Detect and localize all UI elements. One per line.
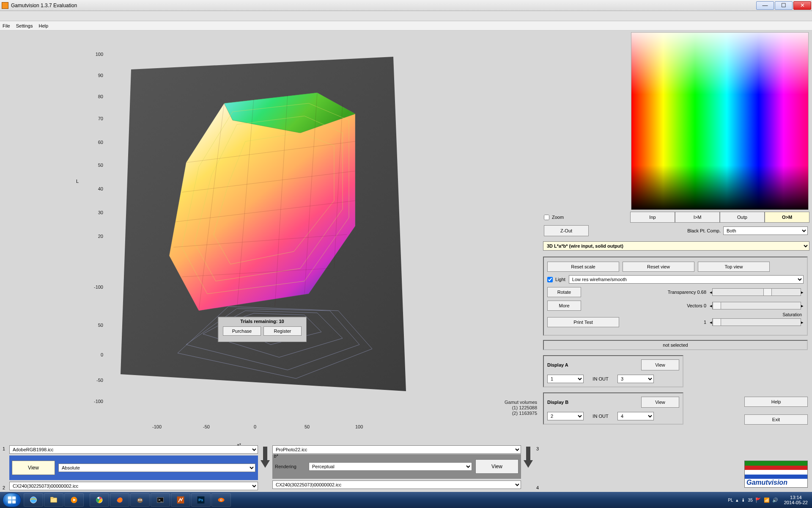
menu-settings[interactable]: Settings: [16, 23, 33, 28]
tray-temp-icon[interactable]: 🌡: [741, 497, 746, 502]
display-a-label: Display A: [547, 362, 585, 367]
arrow-down-left-icon: [260, 444, 271, 469]
axis-tick: 50: [89, 163, 103, 168]
profile-selector-row: 1 2 AdobeRGB1998.icc View Absolute CX240…: [0, 444, 541, 492]
help-button[interactable]: Help: [744, 397, 808, 407]
clock-date: 2014-05-22: [784, 500, 808, 505]
taskbar-explorer-icon[interactable]: [44, 493, 63, 507]
view-controls-panel: Reset scale Reset view Top view Light Lo…: [543, 257, 808, 336]
logo-text: Gamutvision: [745, 479, 807, 487]
display-b-out-select[interactable]: 4: [617, 412, 654, 420]
seg-outp-button[interactable]: Outp: [720, 212, 765, 223]
transparency-slider[interactable]: [712, 288, 801, 296]
exit-button[interactable]: Exit: [744, 414, 808, 425]
wireframe-select[interactable]: Low res wireframe/smooth: [569, 275, 804, 284]
reset-view-button[interactable]: Reset view: [623, 262, 694, 272]
gvol-2: (2) 1163975: [505, 411, 537, 416]
display-b-view-button[interactable]: View: [641, 397, 679, 408]
taskbar-mediaplayer-icon[interactable]: [64, 493, 84, 507]
profile-4-select[interactable]: CX240(30225073)00000002.icc: [272, 480, 521, 489]
transparency-inc[interactable]: ▸: [801, 290, 804, 295]
taskbar-firefox-icon[interactable]: [110, 493, 129, 507]
saturation-slider[interactable]: [712, 318, 801, 326]
display-a-out-select[interactable]: 3: [617, 375, 654, 383]
blackpt-label: Black Pt. Comp.: [687, 228, 721, 233]
view-button-right[interactable]: View: [475, 459, 518, 474]
axis-tick: 0: [254, 424, 256, 429]
display-mode-select[interactable]: 3D L*a*b* (wire input, solid output): [543, 241, 809, 251]
display-b-in-select[interactable]: 2: [547, 412, 584, 420]
rendering-left-box: View Absolute: [9, 456, 258, 480]
saturation-inc[interactable]: ▸: [801, 320, 804, 325]
color-picker-preview[interactable]: [631, 32, 809, 210]
menu-file[interactable]: File: [3, 23, 10, 28]
display-a-in-select[interactable]: 1: [547, 375, 584, 383]
trial-dialog: Trials remaining: 10 Purchase Register: [218, 317, 307, 342]
axis-tick: -50: [89, 378, 103, 383]
seg-om-button[interactable]: O>M: [765, 212, 809, 223]
svg-point-27: [137, 498, 143, 503]
trial-title: Trials remaining: 10: [221, 319, 304, 324]
print-test-button[interactable]: Print Test: [547, 317, 619, 327]
view-button-left[interactable]: View: [12, 461, 55, 475]
tray-lang[interactable]: PL: [728, 498, 733, 502]
profile-1-select[interactable]: AdobeRGB1998.icc: [9, 445, 258, 454]
axis-tick: 60: [89, 140, 103, 145]
seg-im-button[interactable]: I>M: [675, 212, 720, 223]
svg-rect-17: [8, 500, 11, 503]
gamut-3d-plot[interactable]: [118, 57, 410, 404]
taskbar-ie-icon[interactable]: [24, 493, 43, 507]
tray-flag-icon[interactable]: 🚩: [755, 497, 761, 503]
svg-marker-14: [524, 447, 533, 468]
reset-scale-button[interactable]: Reset scale: [547, 262, 619, 272]
taskbar-photoshop-icon[interactable]: Ps: [191, 493, 211, 507]
taskbar-eye-icon[interactable]: [211, 493, 231, 507]
axis-tick: 90: [89, 73, 103, 78]
axis-tick: 80: [89, 94, 103, 99]
rendering-left-select[interactable]: Absolute: [58, 464, 255, 472]
saturation-value: 1: [656, 320, 706, 325]
zoom-label: Zoom: [552, 215, 564, 220]
axis-l-label: L: [76, 179, 79, 184]
more-button[interactable]: More: [547, 301, 581, 311]
vectors-inc[interactable]: ▸: [801, 303, 804, 309]
window-title: Gamutvision 1.3.7 Evaluation: [11, 3, 77, 8]
svg-point-37: [221, 500, 222, 501]
top-view-button[interactable]: Top view: [698, 262, 770, 272]
start-button[interactable]: [3, 493, 21, 507]
blackpt-select[interactable]: Both: [723, 226, 808, 235]
display-a-view-button[interactable]: View: [641, 359, 679, 370]
profile-2-select[interactable]: CX240(30225073)00000002.icc: [9, 482, 258, 490]
tray-clock[interactable]: 13:14 2014-05-22: [784, 495, 808, 505]
rendering-right-select[interactable]: Perceptual: [309, 462, 472, 471]
seg-inp-button[interactable]: Inp: [630, 212, 675, 223]
tray-network-icon[interactable]: 📶: [764, 497, 770, 503]
rotate-button[interactable]: Rotate: [547, 287, 581, 297]
minimize-button[interactable]: —: [756, 1, 774, 10]
zout-button[interactable]: Z-Out: [544, 225, 589, 236]
vectors-slider[interactable]: [712, 302, 801, 309]
axis-tick: 100: [89, 52, 103, 57]
display-b-inout: IN OUT: [588, 414, 613, 419]
taskbar-matlab-icon[interactable]: [171, 493, 190, 507]
svg-rect-15: [8, 497, 11, 500]
nums-right: 3 4: [534, 444, 541, 492]
num-3: 3: [536, 446, 539, 451]
profile-3-select[interactable]: ProPhoto22.icc: [272, 445, 521, 454]
tray-volume-icon[interactable]: 🔊: [772, 497, 778, 503]
rendering-label: Rendering: [275, 464, 305, 469]
light-checkbox[interactable]: [547, 277, 553, 282]
zoom-checkbox[interactable]: [544, 215, 549, 220]
display-a-panel: Display A View 1 IN OUT 3: [543, 355, 683, 387]
axis-tick: 0: [89, 352, 103, 357]
taskbar-chrome-icon[interactable]: [90, 493, 109, 507]
purchase-button[interactable]: Purchase: [223, 326, 261, 336]
tray-up-icon[interactable]: ▴: [736, 497, 738, 503]
saturation-label: Saturation: [547, 312, 804, 317]
register-button[interactable]: Register: [263, 326, 302, 336]
menu-help[interactable]: Help: [38, 23, 48, 28]
taskbar-terminal-icon[interactable]: >_: [151, 493, 170, 507]
taskbar-gimp-icon[interactable]: [130, 493, 150, 507]
maximize-button[interactable]: ☐: [775, 1, 793, 10]
close-button[interactable]: ✕: [793, 1, 811, 10]
